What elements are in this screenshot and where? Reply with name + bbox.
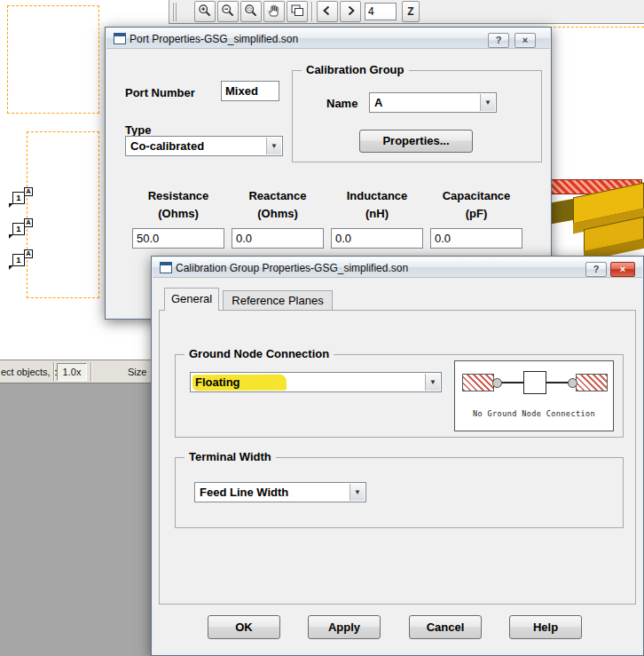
ok-button[interactable]: OK (208, 615, 280, 639)
inductance-input[interactable] (331, 228, 423, 249)
ground-node-dropdown[interactable]: Floating ▼ (190, 372, 442, 392)
terminal-width-dropdown[interactable]: Feed Line Width ▼ (194, 482, 366, 502)
diagram-caption: No Ground Node Connection (455, 409, 613, 418)
port-marker-number: 1 (12, 192, 25, 204)
resistance-unit: (Ohms) (132, 207, 224, 220)
chevron-down-icon[interactable]: ▼ (425, 374, 440, 391)
port-marker-number: 1 (12, 254, 25, 266)
page-prev-button[interactable] (317, 1, 338, 22)
ground-connection-diagram: No Ground Node Connection (454, 360, 614, 431)
zoom-area-button[interactable] (240, 1, 262, 22)
terminal-width-legend: Terminal Width (185, 450, 276, 463)
resistance-input[interactable] (132, 228, 224, 249)
port-number-label: Port Number (125, 86, 195, 99)
name-label: Name (326, 97, 357, 110)
toolbar-gripper[interactable] (173, 3, 177, 21)
dialog-icon (114, 33, 126, 44)
main-toolbar: Z (169, 0, 644, 24)
inductance-column: Inductance (nH) (331, 189, 423, 253)
port-marker-number: 1 (12, 223, 25, 235)
inductance-unit: (nH) (331, 207, 423, 220)
app-window: 1 A 1 A 1 A (0, 0, 644, 656)
tab-reference-planes[interactable]: Reference Planes (223, 290, 333, 310)
ground-node-legend: Ground Node Connection (185, 347, 334, 360)
pan-button[interactable] (263, 1, 285, 22)
apply-button[interactable]: Apply (308, 615, 381, 639)
ground-node-value: Floating (195, 373, 240, 391)
port-marker-1a[interactable]: 1 A (11, 188, 35, 208)
chevron-down-icon[interactable]: ▼ (349, 484, 365, 501)
page-next-button[interactable] (340, 1, 361, 22)
port-number-input[interactable] (221, 81, 279, 101)
close-button[interactable]: × (514, 33, 536, 48)
chevron-down-icon[interactable]: ▼ (266, 138, 281, 154)
zoom-in-icon (198, 4, 212, 20)
capacitance-label: Capacitance (430, 189, 522, 202)
status-separator (53, 362, 54, 382)
port-marker-group: A (24, 249, 33, 258)
calib-dialog-title: Calibration Group Properties-GSG_simplif… (176, 262, 408, 274)
port-dialog-title: Port Properties-GSG_simplified.son (130, 33, 298, 45)
ground-hatch-right (576, 374, 608, 391)
em-structure-3d (546, 176, 644, 259)
calib-dialog-titlebar[interactable]: Calibration Group Properties-GSG_simplif… (153, 257, 642, 278)
cascade-windows-icon (290, 4, 304, 20)
pan-hand-icon (267, 4, 281, 20)
component-square (523, 371, 546, 394)
cascade-windows-button[interactable] (287, 1, 308, 22)
resistance-column: Resistance (Ohms) (132, 189, 224, 253)
calibration-group-legend: Calibration Group (302, 63, 409, 76)
resistance-label: Resistance (132, 189, 224, 202)
inductance-label: Inductance (331, 189, 423, 202)
capacitance-unit: (pF) (430, 207, 522, 220)
cancel-button[interactable]: Cancel (409, 615, 482, 639)
port-dialog-titlebar[interactable]: Port Properties-GSG_simplified.son ? × (106, 28, 550, 49)
calibration-name-dropdown[interactable]: A ▼ (369, 92, 497, 113)
port-type-dropdown[interactable]: Co-calibrated ▼ (125, 136, 283, 156)
status-hint-text: ect objects, d (1, 367, 59, 377)
calibration-group-box: Calibration Group Name A ▼ Properties... (292, 70, 542, 162)
port-marker-1a[interactable]: 1 A (11, 219, 35, 239)
status-separator (90, 362, 91, 382)
zoom-area-icon (244, 4, 258, 20)
tab-general[interactable]: General (164, 288, 219, 311)
z-button[interactable]: Z (402, 1, 420, 22)
size-label: Size (128, 367, 146, 377)
zoom-out-button[interactable] (217, 1, 239, 22)
properties-button[interactable]: Properties... (359, 130, 473, 153)
zoom-in-button[interactable] (194, 1, 216, 22)
reactance-unit: (Ohms) (232, 207, 324, 220)
chevron-down-icon[interactable]: ▼ (480, 94, 495, 111)
help-button[interactable]: ? (585, 262, 607, 277)
zoom-level-indicator[interactable]: 1.0x (57, 363, 87, 381)
zoom-out-icon (221, 4, 235, 20)
type-label: Type (125, 123, 151, 137)
close-button[interactable]: × (610, 262, 635, 277)
reactance-label: Reactance (232, 189, 324, 202)
node-circle-left (492, 378, 502, 388)
port-marker-group: A (24, 187, 33, 196)
calibration-name-value: A (374, 93, 382, 112)
chevron-left-icon (320, 4, 334, 20)
reactance-input[interactable] (232, 228, 324, 249)
node-circle-right (568, 378, 577, 388)
toolbar-separator (311, 2, 312, 21)
calibration-group-dialog: Calibration Group Properties-GSG_simplif… (151, 256, 644, 656)
port-marker-group: A (24, 218, 33, 227)
port-marker-1a[interactable]: 1 A (11, 250, 35, 270)
dialog-icon (160, 262, 172, 273)
port-type-value: Co-calibrated (130, 137, 204, 155)
ground-hatch-left (462, 374, 494, 391)
capacitance-input[interactable] (430, 228, 522, 249)
terminal-width-value: Feed Line Width (200, 483, 288, 502)
help-button[interactable]: ? (488, 33, 509, 48)
capacitance-column: Capacitance (pF) (430, 189, 522, 253)
page-number-input[interactable] (365, 3, 397, 20)
chevron-right-icon (343, 4, 357, 20)
selection-dashed-box-bottom (27, 131, 99, 298)
help-button[interactable]: Help (509, 615, 582, 639)
selection-dashed-box-top (7, 5, 99, 114)
reactance-column: Reactance (Ohms) (232, 189, 324, 253)
